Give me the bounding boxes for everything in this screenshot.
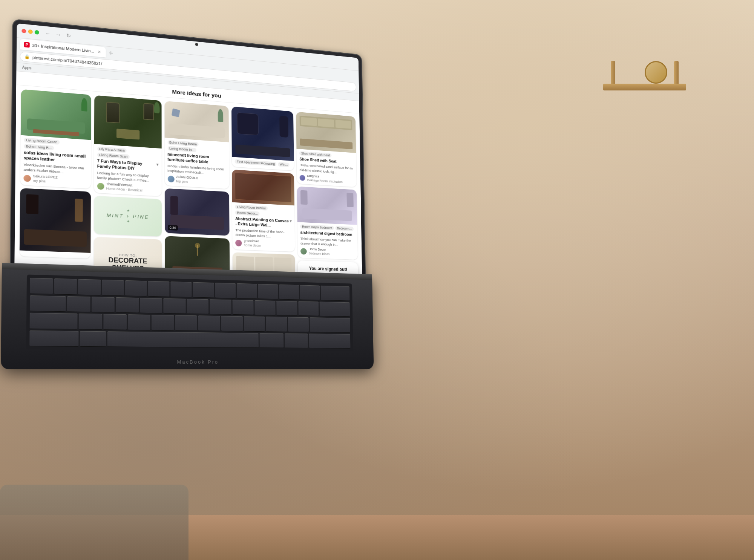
- key[interactable]: [140, 298, 162, 314]
- author-avatar: [23, 174, 31, 182]
- key[interactable]: [171, 282, 192, 297]
- key[interactable]: [116, 297, 139, 313]
- macbook-screen-outer: ← → ↻ P 30+ Inspirational Modern Livin..…: [10, 19, 366, 291]
- pin-card-video-room[interactable]: 0:36: [164, 188, 230, 236]
- key[interactable]: [279, 285, 299, 300]
- pin-tag[interactable]: Boho Living R...: [24, 144, 54, 150]
- key[interactable]: [237, 283, 257, 299]
- pin-card-boho-sofa[interactable]: Boho Living Room Living Room In... minec…: [164, 101, 229, 189]
- pin-title: Abstract Painting on Canvas - Extra Larg…: [235, 216, 290, 229]
- key[interactable]: [67, 296, 90, 312]
- keyboard-area: [26, 274, 353, 351]
- minimize-button[interactable]: [28, 29, 33, 34]
- author-info: gracelover home decor: [244, 239, 261, 248]
- key[interactable]: [164, 298, 186, 314]
- maximize-button[interactable]: [35, 30, 39, 35]
- pin-tag[interactable]: Room Decor...: [235, 210, 260, 216]
- shelf-board: [603, 84, 686, 90]
- pin-author: Sakura LOPEZ my pins: [23, 174, 87, 186]
- pin-card-living-green[interactable]: Living Room Green Boho Living R... sofas…: [20, 89, 91, 189]
- pin-card-abstract[interactable]: Living Room Interior Room Decor... Abstr…: [232, 170, 295, 252]
- key[interactable]: [78, 279, 101, 295]
- pin-tag[interactable]: Boho Living Room: [167, 140, 199, 147]
- traffic-lights: [20, 29, 41, 35]
- author-info: Aulani GOULD top pins: [176, 175, 198, 185]
- pin-tag[interactable]: Win...: [278, 162, 290, 167]
- key[interactable]: [193, 282, 214, 298]
- tab-close-button[interactable]: ✕: [97, 49, 102, 55]
- pin-more-button[interactable]: ▾: [156, 162, 158, 167]
- key[interactable]: [102, 280, 124, 296]
- key[interactable]: [80, 331, 106, 347]
- pin-image-video-room: 0:36: [164, 188, 230, 236]
- sofa: [0, 485, 188, 560]
- pin-card-family-photos[interactable]: Diy Para A Casa Living Room Scan 7 Fun W…: [94, 95, 161, 196]
- pin-card-shoe-shelf[interactable]: Shoe Shelf with Seat Shoe Shelf with Sea…: [296, 112, 356, 187]
- pin-info-abstract: Living Room Interior Room Decor... Abstr…: [232, 202, 295, 252]
- author-avatar: [235, 240, 242, 246]
- new-tab-button[interactable]: +: [106, 48, 116, 58]
- bookmark-apps[interactable]: Apps: [20, 64, 34, 70]
- key[interactable]: [54, 278, 77, 295]
- pin-card-mint-pine[interactable]: ✦ MINT + PINE ✦: [94, 196, 162, 236]
- pin-info-living-green: Living Room Green Boho Living R... sofas…: [20, 135, 91, 189]
- pin-column-5: Shoe Shelf with Seat Shoe Shelf with Sea…: [296, 112, 358, 282]
- key[interactable]: [210, 299, 231, 315]
- pin-card-dark-cozy[interactable]: [20, 188, 91, 259]
- key[interactable]: [30, 295, 66, 312]
- pin-more-btn[interactable]: ▾: [290, 219, 292, 224]
- key[interactable]: [187, 298, 208, 314]
- close-button[interactable]: [21, 29, 26, 33]
- key[interactable]: [30, 313, 78, 329]
- pin-column-1: Living Room Green Boho Living R... sofas…: [19, 89, 91, 274]
- key[interactable]: [103, 314, 126, 330]
- key[interactable]: [310, 317, 350, 332]
- key[interactable]: [29, 330, 78, 346]
- key[interactable]: [309, 334, 350, 349]
- key[interactable]: [128, 314, 150, 330]
- key[interactable]: [175, 315, 197, 330]
- key[interactable]: [266, 317, 287, 332]
- pin-image-dark-room-4: [231, 107, 294, 161]
- pin-tag[interactable]: Bedroom...: [335, 226, 354, 231]
- key[interactable]: [258, 284, 278, 299]
- key[interactable]: [152, 315, 174, 330]
- pin-tag[interactable]: Living Room Green: [24, 138, 59, 145]
- back-button[interactable]: ←: [43, 28, 53, 38]
- shelf-bracket-left: [611, 61, 615, 84]
- key[interactable]: [300, 285, 320, 300]
- pin-tag[interactable]: Living Room In...: [167, 146, 196, 152]
- key[interactable]: [198, 315, 220, 331]
- pin-author: Aulani GOULD top pins: [167, 174, 226, 187]
- key[interactable]: [232, 300, 254, 315]
- key[interactable]: [125, 280, 147, 296]
- key[interactable]: [221, 316, 243, 331]
- forward-button[interactable]: →: [54, 29, 63, 39]
- key[interactable]: [254, 300, 276, 315]
- key[interactable]: [288, 317, 309, 332]
- pin-image-dark-cozy: [20, 188, 91, 253]
- pin-tag[interactable]: First Apartment Decorating: [235, 159, 277, 167]
- pin-tag[interactable]: Diy Para A Casa: [97, 147, 127, 153]
- key[interactable]: [92, 297, 115, 313]
- key[interactable]: [259, 333, 284, 348]
- key-space[interactable]: [107, 331, 259, 348]
- pin-card-dark-room-4[interactable]: First Apartment Decorating Win...: [231, 107, 294, 171]
- author-info: Home Decor Bedroom Ideas: [308, 247, 329, 256]
- pin-card-bedroom[interactable]: Room Inspo Bedroom Bedroom... architectu…: [297, 187, 358, 260]
- pin-tag[interactable]: Room Inspo Bedroom: [300, 225, 334, 230]
- key[interactable]: [79, 314, 102, 330]
- key[interactable]: [30, 278, 53, 294]
- key[interactable]: [298, 301, 319, 316]
- mint-pine-logo: ✦ MINT + PINE ✦: [107, 207, 149, 225]
- key[interactable]: [148, 281, 170, 297]
- key[interactable]: [320, 301, 350, 317]
- reload-button[interactable]: ↻: [64, 31, 73, 40]
- key[interactable]: [320, 286, 349, 301]
- key[interactable]: [244, 316, 265, 331]
- video-duration: 0:36: [168, 225, 178, 230]
- key[interactable]: [284, 333, 308, 348]
- pin-tag[interactable]: Living Room Interior: [235, 205, 268, 211]
- key[interactable]: [215, 283, 236, 298]
- key[interactable]: [277, 301, 297, 316]
